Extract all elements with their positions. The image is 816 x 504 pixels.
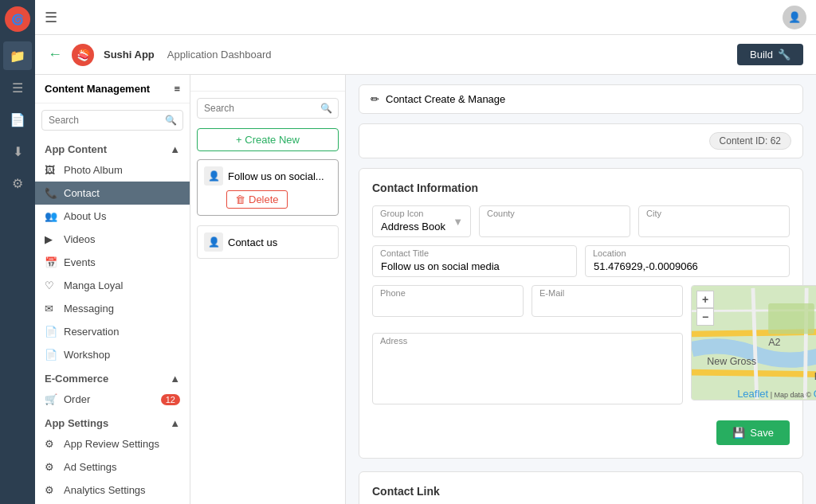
middle-panel-header (190, 75, 345, 92)
app-settings-collapse-icon[interactable]: ▲ (170, 417, 180, 429)
contact-title-label: Contact Title (380, 248, 429, 258)
phone-email-row: Phone E-Mail (372, 285, 683, 317)
svg-line-2 (692, 373, 816, 377)
left-search-input[interactable] (41, 110, 183, 131)
middle-search-input[interactable] (197, 98, 339, 119)
location-label: Location (593, 248, 626, 258)
save-icon: 💾 (732, 427, 745, 439)
sidebar-item-order[interactable]: 🛒 Order 12 (35, 388, 190, 411)
app-logo-icon[interactable]: 🌀 (5, 6, 30, 32)
ecommerce-section: E-Commerce ▲ (35, 366, 190, 388)
right-panel: ✏ Contact Create & Manage Content ID: 62… (346, 75, 816, 504)
delete-label: Delete (249, 193, 279, 205)
sidebar-item-events[interactable]: 📅 Events (35, 251, 190, 274)
ecommerce-collapse-icon[interactable]: ▲ (170, 373, 180, 385)
messaging-label: Messaging (64, 303, 114, 315)
app-content-label: App Content (45, 143, 107, 155)
contact-label: Contact (64, 187, 100, 199)
sidebar-item-manga-loyal[interactable]: ♡ Manga Loyal (35, 274, 190, 297)
app-logo: 🍣 (72, 44, 94, 66)
address-field: Adress (372, 333, 683, 404)
sidebar-icon-download[interactable]: ⬇ (3, 137, 32, 166)
sidebar-item-ad-settings[interactable]: ⚙ Ad Settings (35, 455, 190, 479)
phone-email-address-group: Phone E-Mail Adress (372, 285, 683, 404)
group-icon-label: Group Icon (380, 209, 423, 218)
reservation-label: Reservation (64, 326, 119, 338)
save-button[interactable]: 💾 Save (716, 420, 790, 445)
phone-field: Phone (372, 285, 524, 317)
county-label: County (487, 209, 515, 218)
sidebar-item-videos[interactable]: ▶ Videos (35, 228, 190, 251)
app-review-settings-icon: ⚙ (45, 438, 57, 450)
sidebar-item-analytics-settings[interactable]: ⚙ Analytics Settings (35, 479, 190, 502)
content-area: Content Management ≡ 🔍 App Content ▲ 🖼 P… (35, 75, 816, 504)
location-field: Location (585, 245, 790, 277)
workshop-icon: 📄 (45, 349, 57, 361)
pencil-icon: ✏ (371, 93, 379, 105)
app-content-collapse-icon[interactable]: ▲ (170, 143, 180, 155)
back-button[interactable]: ← (48, 46, 62, 63)
sidebar-icon-folder[interactable]: 📁 (3, 41, 32, 70)
map-placeholder: Greenwich New Gross B210 A2 A102 Cha (692, 286, 816, 400)
form-row-3: Phone E-Mail Adress (372, 285, 790, 404)
global-top-bar: ☰ 👤 (35, 0, 816, 35)
content-id-bar: Content ID: 62 (359, 123, 803, 158)
sidebar-item-contact[interactable]: 📞 Contact (35, 182, 190, 205)
sidebar-item-photo-album[interactable]: 🖼 Photo Album (35, 158, 190, 182)
content-id-badge: Content ID: 62 (709, 132, 791, 150)
events-icon: 📅 (45, 256, 57, 268)
manga-loyal-icon: ♡ (45, 279, 57, 291)
zoom-out-button[interactable]: − (696, 308, 714, 326)
zoom-in-button[interactable]: + (696, 291, 714, 308)
middle-search-box: 🔍 (197, 98, 339, 119)
sidebar-item-app-review-settings[interactable]: ⚙ App Review Settings (35, 432, 190, 455)
left-sidebar-header: Content Management ≡ (35, 75, 190, 104)
sidebar-item-messaging[interactable]: ✉ Messaging (35, 297, 190, 320)
hamburger-icon[interactable]: ☰ (45, 9, 57, 26)
sidebar-item-workshop[interactable]: 📄 Workshop (35, 343, 190, 366)
map-container: Greenwich New Gross B210 A2 A102 Cha (691, 285, 816, 400)
about-us-icon: 👥 (45, 210, 57, 222)
sidebar-icon-menu[interactable]: ☰ (3, 73, 32, 102)
videos-label: Videos (64, 233, 96, 245)
save-button-container: 💾 Save (372, 412, 790, 445)
reservation-icon: 📄 (45, 326, 57, 338)
user-avatar[interactable]: 👤 (783, 6, 806, 29)
ad-settings-icon: ⚙ (45, 461, 57, 473)
left-search-icon: 🔍 (165, 115, 177, 126)
leaflet-link[interactable]: Leaflet (737, 388, 768, 400)
about-us-label: About Us (64, 210, 106, 222)
left-sidebar: Content Management ≡ 🔍 App Content ▲ 🖼 P… (35, 75, 190, 504)
contact-item-2[interactable]: 👤 Contact us (197, 225, 339, 259)
sidebar-item-reservation[interactable]: 📄 Reservation (35, 320, 190, 343)
user-icon: 👤 (788, 11, 801, 23)
videos-icon: ▶ (45, 233, 57, 245)
contact-item-1[interactable]: 👤 Follow us on social... 🗑 Delete (197, 159, 339, 216)
content-management-label: Content Management (45, 83, 150, 95)
events-label: Events (64, 256, 96, 268)
create-new-button[interactable]: + Create New (197, 128, 339, 151)
contact-item-2-label: Contact us (228, 236, 277, 248)
analytics-settings-label: Analytics Settings (64, 484, 146, 496)
app-content-section: App Content ▲ (35, 137, 190, 158)
order-badge: 12 (161, 394, 180, 405)
contact-link-card: Contact Link + New Link (359, 471, 803, 504)
messaging-icon: ✉ (45, 303, 57, 315)
header-icon: ≡ (174, 83, 180, 95)
app-name: Sushi App (104, 49, 155, 61)
delete-button[interactable]: 🗑 Delete (226, 190, 288, 209)
middle-panel: 🔍 + Create New 👤 Follow us on social... … (190, 75, 346, 504)
sidebar-icon-settings[interactable]: ⚙ (3, 169, 32, 197)
manga-loyal-label: Manga Loyal (64, 279, 123, 291)
left-search-box: 🔍 (41, 110, 183, 131)
form-row-2: Contact Title Location (372, 245, 790, 277)
build-button[interactable]: Build 🔧 (737, 44, 803, 65)
sidebar-icon-doc[interactable]: 📄 (3, 105, 32, 134)
svg-text:New Gross: New Gross (707, 356, 756, 367)
sidebar-item-about-us[interactable]: 👥 About Us (35, 205, 190, 228)
contact-information-card: Contact Information Group Icon Address B… (359, 168, 803, 459)
address-textarea[interactable] (372, 333, 683, 404)
create-new-label: + Create New (236, 134, 300, 146)
photo-album-label: Photo Album (64, 164, 123, 176)
contact-info-title: Contact Information (372, 182, 790, 194)
